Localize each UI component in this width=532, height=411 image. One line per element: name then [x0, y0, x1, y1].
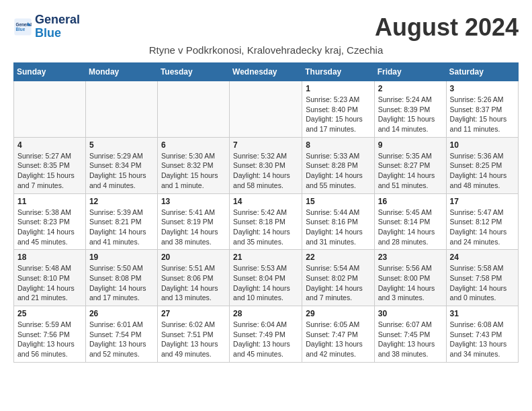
day-number: 17 — [450, 197, 515, 206]
day-info: Sunrise: 5:42 AM Sunset: 8:18 PM Dayligh… — [233, 208, 298, 247]
calendar-cell — [14, 81, 86, 138]
day-info: Sunrise: 5:48 AM Sunset: 8:10 PM Dayligh… — [17, 263, 82, 303]
day-info: Sunrise: 6:07 AM Sunset: 7:45 PM Dayligh… — [378, 320, 443, 359]
day-info: Sunrise: 5:30 AM Sunset: 8:32 PM Dayligh… — [161, 151, 226, 191]
calendar-cell: 22Sunrise: 5:54 AM Sunset: 8:02 PM Dayli… — [302, 250, 374, 306]
logo-text: General Blue — [35, 13, 80, 40]
day-number: 16 — [378, 197, 443, 206]
day-info: Sunrise: 5:23 AM Sunset: 8:40 PM Dayligh… — [306, 95, 370, 134]
day-info: Sunrise: 5:58 AM Sunset: 7:58 PM Dayligh… — [450, 263, 515, 303]
calendar-cell: 8Sunrise: 5:33 AM Sunset: 8:28 PM Daylig… — [302, 137, 374, 193]
calendar-cell: 11Sunrise: 5:38 AM Sunset: 8:23 PM Dayli… — [14, 193, 86, 250]
day-info: Sunrise: 6:01 AM Sunset: 7:54 PM Dayligh… — [89, 320, 154, 359]
calendar-cell: 29Sunrise: 6:05 AM Sunset: 7:47 PM Dayli… — [302, 306, 374, 363]
day-number: 26 — [89, 309, 154, 318]
calendar-cell: 15Sunrise: 5:44 AM Sunset: 8:16 PM Dayli… — [302, 193, 374, 250]
calendar-cell: 1Sunrise: 5:23 AM Sunset: 8:40 PM Daylig… — [302, 81, 374, 138]
day-header-friday: Friday — [374, 63, 446, 81]
day-number: 24 — [450, 253, 515, 262]
day-number: 5 — [89, 140, 154, 150]
day-info: Sunrise: 5:26 AM Sunset: 8:37 PM Dayligh… — [450, 95, 515, 134]
calendar-cell — [85, 81, 157, 138]
calendar-cell: 28Sunrise: 6:04 AM Sunset: 7:49 PM Dayli… — [230, 306, 302, 363]
day-number: 14 — [233, 197, 298, 206]
calendar-cell: 5Sunrise: 5:29 AM Sunset: 8:34 PM Daylig… — [85, 137, 157, 193]
day-info: Sunrise: 5:50 AM Sunset: 8:08 PM Dayligh… — [89, 263, 154, 303]
logo: General Blue General Blue — [13, 13, 80, 40]
calendar-cell: 16Sunrise: 5:45 AM Sunset: 8:14 PM Dayli… — [374, 193, 446, 250]
calendar-cell: 9Sunrise: 5:35 AM Sunset: 8:27 PM Daylig… — [374, 137, 446, 193]
day-info: Sunrise: 6:05 AM Sunset: 7:47 PM Dayligh… — [306, 320, 370, 359]
day-number: 13 — [161, 197, 226, 206]
calendar-week-1: 1Sunrise: 5:23 AM Sunset: 8:40 PM Daylig… — [14, 81, 519, 138]
day-info: Sunrise: 5:38 AM Sunset: 8:23 PM Dayligh… — [17, 208, 82, 247]
calendar-cell: 21Sunrise: 5:53 AM Sunset: 8:04 PM Dayli… — [230, 250, 302, 306]
day-number: 21 — [233, 253, 298, 262]
day-number: 22 — [306, 253, 370, 262]
month-title: August 2024 — [375, 13, 519, 42]
day-info: Sunrise: 5:56 AM Sunset: 8:00 PM Dayligh… — [378, 263, 443, 303]
calendar-cell — [157, 81, 229, 138]
location-title: Rtyne v Podkrkonosi, Kralovehradecky kra… — [13, 44, 519, 56]
calendar-cell: 23Sunrise: 5:56 AM Sunset: 8:00 PM Dayli… — [374, 250, 446, 306]
day-number: 19 — [89, 253, 154, 262]
calendar-week-3: 11Sunrise: 5:38 AM Sunset: 8:23 PM Dayli… — [14, 193, 519, 250]
calendar-cell: 18Sunrise: 5:48 AM Sunset: 8:10 PM Dayli… — [14, 250, 86, 306]
day-info: Sunrise: 5:44 AM Sunset: 8:16 PM Dayligh… — [306, 208, 370, 247]
day-number: 18 — [17, 253, 82, 262]
calendar-week-2: 4Sunrise: 5:27 AM Sunset: 8:35 PM Daylig… — [14, 137, 519, 193]
day-number: 20 — [161, 253, 226, 262]
calendar-cell: 24Sunrise: 5:58 AM Sunset: 7:58 PM Dayli… — [446, 250, 518, 306]
calendar-cell: 17Sunrise: 5:47 AM Sunset: 8:12 PM Dayli… — [446, 193, 518, 250]
calendar-cell: 26Sunrise: 6:01 AM Sunset: 7:54 PM Dayli… — [85, 306, 157, 363]
day-info: Sunrise: 5:47 AM Sunset: 8:12 PM Dayligh… — [450, 208, 515, 247]
day-info: Sunrise: 5:59 AM Sunset: 7:56 PM Dayligh… — [17, 320, 82, 359]
day-number: 7 — [233, 140, 298, 150]
calendar-week-5: 25Sunrise: 5:59 AM Sunset: 7:56 PM Dayli… — [14, 306, 519, 363]
logo-general: General — [35, 13, 80, 26]
day-number: 12 — [89, 197, 154, 206]
day-info: Sunrise: 5:36 AM Sunset: 8:25 PM Dayligh… — [450, 151, 515, 191]
day-number: 11 — [17, 197, 82, 206]
calendar-cell: 27Sunrise: 6:02 AM Sunset: 7:51 PM Dayli… — [157, 306, 229, 363]
day-number: 28 — [233, 309, 298, 318]
svg-text:Blue: Blue — [16, 26, 26, 31]
day-number: 9 — [378, 140, 443, 150]
calendar-cell — [230, 81, 302, 138]
day-info: Sunrise: 5:54 AM Sunset: 8:02 PM Dayligh… — [306, 263, 370, 303]
day-number: 15 — [306, 197, 370, 206]
calendar-cell: 25Sunrise: 5:59 AM Sunset: 7:56 PM Dayli… — [14, 306, 86, 363]
day-header-tuesday: Tuesday — [157, 63, 229, 81]
day-header-saturday: Saturday — [446, 63, 518, 81]
day-number: 8 — [306, 140, 370, 150]
calendar-table: SundayMondayTuesdayWednesdayThursdayFrid… — [13, 62, 519, 363]
day-number: 4 — [17, 140, 82, 150]
day-number: 6 — [161, 140, 226, 150]
logo-blue: Blue — [35, 26, 61, 40]
day-number: 30 — [378, 309, 443, 318]
day-info: Sunrise: 5:24 AM Sunset: 8:39 PM Dayligh… — [378, 95, 443, 134]
calendar-cell: 6Sunrise: 5:30 AM Sunset: 8:32 PM Daylig… — [157, 137, 229, 193]
day-info: Sunrise: 5:39 AM Sunset: 8:21 PM Dayligh… — [89, 208, 154, 247]
day-info: Sunrise: 5:45 AM Sunset: 8:14 PM Dayligh… — [378, 208, 443, 247]
day-number: 23 — [378, 253, 443, 262]
calendar-cell: 19Sunrise: 5:50 AM Sunset: 8:08 PM Dayli… — [85, 250, 157, 306]
calendar-cell: 2Sunrise: 5:24 AM Sunset: 8:39 PM Daylig… — [374, 81, 446, 138]
calendar-week-4: 18Sunrise: 5:48 AM Sunset: 8:10 PM Dayli… — [14, 250, 519, 306]
day-info: Sunrise: 5:35 AM Sunset: 8:27 PM Dayligh… — [378, 151, 443, 191]
calendar-cell: 31Sunrise: 6:08 AM Sunset: 7:43 PM Dayli… — [446, 306, 518, 363]
day-header-thursday: Thursday — [302, 63, 374, 81]
calendar-cell: 10Sunrise: 5:36 AM Sunset: 8:25 PM Dayli… — [446, 137, 518, 193]
day-info: Sunrise: 5:51 AM Sunset: 8:06 PM Dayligh… — [161, 263, 226, 303]
day-number: 31 — [450, 309, 515, 318]
logo-icon: General Blue — [13, 17, 32, 36]
calendar-cell: 14Sunrise: 5:42 AM Sunset: 8:18 PM Dayli… — [230, 193, 302, 250]
day-info: Sunrise: 5:32 AM Sunset: 8:30 PM Dayligh… — [233, 151, 298, 191]
day-info: Sunrise: 6:02 AM Sunset: 7:51 PM Dayligh… — [161, 320, 226, 359]
day-info: Sunrise: 5:53 AM Sunset: 8:04 PM Dayligh… — [233, 263, 298, 303]
day-number: 25 — [17, 309, 82, 318]
calendar-cell: 3Sunrise: 5:26 AM Sunset: 8:37 PM Daylig… — [446, 81, 518, 138]
day-header-sunday: Sunday — [14, 63, 86, 81]
day-number: 1 — [306, 84, 370, 93]
day-header-wednesday: Wednesday — [230, 63, 302, 81]
